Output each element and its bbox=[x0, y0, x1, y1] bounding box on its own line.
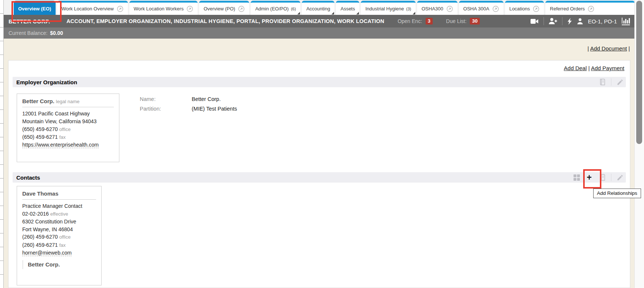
contact-card: Dave Thomas Practice Manager Contact 02-… bbox=[17, 186, 102, 285]
effective-label: effective bbox=[50, 211, 68, 217]
field-row: Name: Better Corp. bbox=[140, 94, 237, 104]
add-relationships-tooltip: Add Relationships bbox=[593, 189, 641, 198]
lightning-icon[interactable] bbox=[567, 18, 572, 25]
contacts-body: Dave Thomas Practice Manager Contact 02-… bbox=[9, 183, 630, 285]
effective-date: 02-02-2016 bbox=[22, 211, 49, 217]
balance-value: $0.00 bbox=[50, 30, 63, 36]
email-line: horner@mieweb.com bbox=[22, 249, 96, 257]
office-label: office bbox=[59, 127, 71, 132]
content-area: | Add Document | Add Deal | Add Payment … bbox=[4, 39, 635, 288]
vertical-scrollbar[interactable] bbox=[634, 0, 644, 288]
scrollbar-thumb[interactable] bbox=[636, 1, 642, 144]
external-link-icon bbox=[588, 6, 594, 12]
tab-label: Admin (EO/PO) bbox=[255, 6, 288, 12]
toolbar-divider bbox=[611, 78, 611, 86]
book-icon[interactable] bbox=[598, 174, 606, 181]
employer-card: Better Corp. legal name 12001 Pacific Co… bbox=[17, 94, 119, 162]
tab-label: Locations bbox=[509, 6, 530, 12]
section-toolbar: + bbox=[573, 174, 624, 181]
external-link-icon bbox=[492, 6, 499, 12]
dropdown-corner-icon bbox=[356, 12, 359, 14]
section-title: Employer Organization bbox=[16, 79, 77, 85]
entity-categories: ACCOUNT, EMPLOYER ORGANIZATION, INDUSTRI… bbox=[66, 18, 384, 24]
add-person-icon[interactable] bbox=[549, 18, 557, 24]
add-relationships-button[interactable]: + bbox=[585, 174, 593, 181]
tab-label: Overview (EO) bbox=[18, 6, 51, 12]
tab-overview-po[interactable]: Overview (PO) bbox=[199, 1, 249, 15]
fax-line: (650) 459-6271 fax bbox=[22, 133, 114, 141]
tab-industrial-hygiene[interactable]: Industrial Hygiene (3) bbox=[361, 1, 416, 15]
tab-label: Overview (PO) bbox=[204, 6, 235, 12]
office-phone-line: (650) 459-6270 office bbox=[22, 125, 114, 133]
office-phone: (650) 459-6270 bbox=[22, 126, 58, 132]
contact-card-title: Dave Thomas bbox=[22, 190, 96, 197]
app-window: Overview (EO) Work Location Overview Wor… bbox=[0, 0, 644, 288]
header-toolbar: EO-1, PO-1 bbox=[531, 17, 630, 25]
fax-number: (260) 459-6271 bbox=[22, 242, 58, 248]
due-list-badge[interactable]: 30 bbox=[470, 18, 480, 24]
tab-osha-300a[interactable]: OSHA 300A bbox=[459, 1, 503, 15]
open-enc-badge[interactable]: 3 bbox=[426, 18, 433, 24]
employer-name: Better Corp. bbox=[22, 98, 55, 104]
tab-work-location-overview[interactable]: Work Location Overview bbox=[57, 1, 128, 15]
tab-count: (3) bbox=[406, 7, 411, 11]
external-link-icon bbox=[186, 6, 193, 12]
balance-label: Current Balance: bbox=[9, 30, 47, 36]
website-link[interactable]: https://www.enterprisehealth.com bbox=[22, 142, 99, 148]
add-document-link[interactable]: Add Document bbox=[590, 45, 627, 52]
address-line: Mountain View, California 94043 bbox=[22, 118, 114, 125]
due-list-label: Due List: bbox=[446, 18, 466, 24]
tab-label: OSHA300 bbox=[422, 6, 443, 12]
person-icon[interactable] bbox=[577, 18, 583, 24]
fax-label: fax bbox=[59, 134, 66, 140]
dropdown-corner-icon bbox=[413, 12, 415, 14]
contact-role: Practice Manager Contact bbox=[22, 202, 96, 210]
entity-header: BETTER CORP. ACCOUNT, EMPLOYER ORGANIZAT… bbox=[4, 15, 635, 27]
contact-name: Dave Thomas bbox=[22, 190, 59, 197]
external-link-icon bbox=[117, 6, 123, 12]
edit-pencil-icon[interactable] bbox=[617, 174, 624, 181]
address-line: 6302 Constitution Drive bbox=[22, 218, 96, 226]
field-label: Name: bbox=[140, 94, 192, 104]
tab-osha300[interactable]: OSHA300 bbox=[417, 1, 458, 15]
dropdown-corner-icon bbox=[331, 12, 334, 14]
grid-icon[interactable] bbox=[573, 174, 580, 181]
email-link[interactable]: horner@mieweb.com bbox=[22, 250, 72, 256]
bar-chart-icon[interactable] bbox=[622, 17, 630, 25]
add-payment-link[interactable]: Add Payment bbox=[591, 65, 624, 71]
tab-accounting[interactable]: Accounting bbox=[302, 1, 334, 15]
tab-overview-eo[interactable]: Overview (EO) bbox=[14, 1, 56, 15]
tab-assets[interactable]: Assets bbox=[336, 1, 359, 15]
org-name: BETTER CORP. bbox=[9, 18, 50, 24]
tab-count: (6) bbox=[291, 7, 296, 11]
employer-organization-body: Better Corp. legal name 12001 Pacific Co… bbox=[9, 87, 630, 172]
edit-pencil-icon[interactable] bbox=[617, 79, 624, 86]
card-divider bbox=[22, 199, 96, 200]
deal-actions-row: Add Deal | Add Payment bbox=[9, 60, 630, 77]
office-phone-line: (260) 459-6270 office bbox=[22, 233, 96, 241]
tab-label: Work Location Overview bbox=[62, 6, 114, 12]
tab-label: Accounting bbox=[306, 6, 330, 12]
separator: | bbox=[588, 65, 590, 71]
section-title: Contacts bbox=[16, 174, 40, 181]
external-link-icon bbox=[533, 6, 539, 12]
tab-label: Work Location Workers bbox=[134, 6, 184, 12]
tab-admin-eo-po[interactable]: Admin (EO/PO) (6) bbox=[251, 1, 300, 15]
video-camera-icon[interactable] bbox=[531, 19, 539, 24]
contact-organization: Better Corp. bbox=[23, 260, 96, 269]
tab-referred-orders[interactable]: Referred Orders bbox=[545, 1, 635, 15]
organization-panel: Add Deal | Add Payment Employer Organiza… bbox=[8, 60, 630, 288]
left-edge-ruler bbox=[0, 0, 4, 288]
employer-card-title: Better Corp. legal name bbox=[22, 98, 114, 104]
main-area: Overview (EO) Work Location Overview Wor… bbox=[4, 0, 635, 288]
add-deal-link[interactable]: Add Deal bbox=[564, 65, 587, 71]
tab-label: Referred Orders bbox=[550, 6, 585, 12]
tab-locations[interactable]: Locations bbox=[505, 1, 544, 15]
tab-label: Assets bbox=[340, 6, 355, 12]
book-icon[interactable] bbox=[598, 78, 606, 86]
tab-work-location-workers[interactable]: Work Location Workers bbox=[129, 1, 198, 15]
contacts-header: Contacts + bbox=[13, 172, 626, 183]
balance-bar: Current Balance: $0.00 bbox=[4, 27, 635, 39]
external-link-icon bbox=[446, 6, 453, 12]
address-line: Fort Wayne, IN 46804 bbox=[22, 226, 96, 233]
